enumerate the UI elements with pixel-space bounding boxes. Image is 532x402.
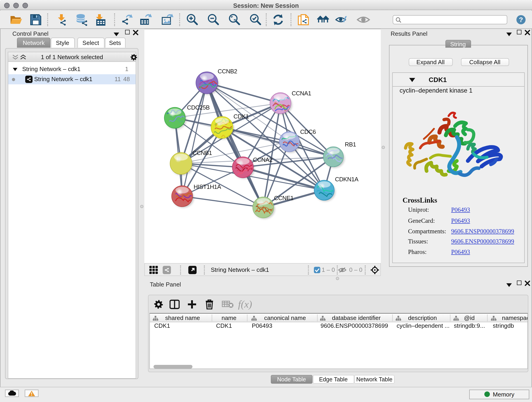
svg-text:CDC6: CDC6 bbox=[300, 128, 316, 135]
svg-text:CDC25B: CDC25B bbox=[187, 104, 210, 111]
svg-text:CDK1: CDK1 bbox=[234, 113, 249, 120]
svg-text:CCNA1: CCNA1 bbox=[292, 90, 311, 97]
svg-text:?: ? bbox=[519, 16, 523, 23]
svg-text:CCNA2: CCNA2 bbox=[253, 156, 272, 163]
svg-text:RB1: RB1 bbox=[345, 141, 356, 148]
svg-text:CCNE1: CCNE1 bbox=[274, 195, 293, 201]
svg-text:CCNB1: CCNB1 bbox=[192, 149, 212, 156]
svg-text:CCNB2: CCNB2 bbox=[218, 68, 237, 75]
svg-text:HIST1H1A: HIST1H1A bbox=[194, 183, 221, 190]
svg-text:CDKN1A: CDKN1A bbox=[335, 176, 359, 183]
